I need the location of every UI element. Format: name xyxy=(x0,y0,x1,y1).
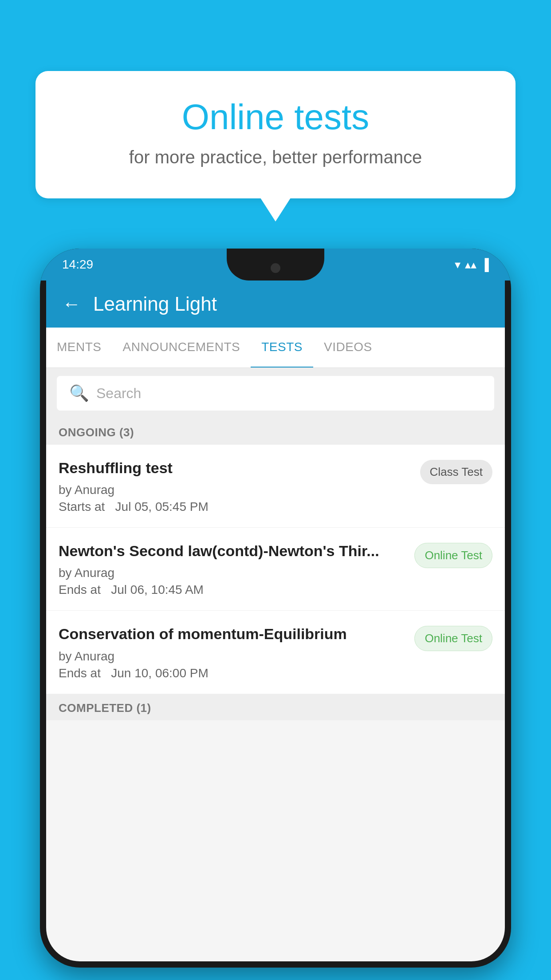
completed-section-header: COMPLETED (1) xyxy=(46,694,505,720)
camera-icon xyxy=(271,263,280,273)
notch xyxy=(227,249,324,281)
test-title: Conservation of momentum-Equilibrium xyxy=(59,624,407,644)
app-header: ← Learning Light xyxy=(46,281,505,328)
test-item[interactable]: Conservation of momentum-Equilibrium by … xyxy=(46,611,505,694)
tests-list: Reshuffling test by Anurag Starts at Jul… xyxy=(46,445,505,694)
test-badge-online: Online Test xyxy=(414,543,492,568)
test-time: Ends at Jul 06, 10:45 AM xyxy=(59,583,407,597)
time-value: Jul 05, 05:45 PM xyxy=(115,500,209,514)
back-button[interactable]: ← xyxy=(62,293,81,315)
phone-screen: ← Learning Light MENTS ANNOUNCEMENTS TES… xyxy=(46,281,505,961)
test-info: Newton's Second law(contd)-Newton's Thir… xyxy=(59,541,407,597)
status-icons: ▾ ▴▴ ▐ xyxy=(455,258,489,272)
test-author: by Anurag xyxy=(59,649,407,664)
phone-wrapper: 14:29 ▾ ▴▴ ▐ ← Learning Light MENTS ANNO… xyxy=(40,249,511,980)
signal-icon: ▴▴ xyxy=(465,258,476,272)
status-time: 14:29 xyxy=(62,257,93,272)
time-value: Jul 06, 10:45 AM xyxy=(111,583,204,597)
time-label: Ends at xyxy=(59,666,101,680)
tab-videos[interactable]: VIDEOS xyxy=(313,328,383,368)
test-info: Reshuffling test by Anurag Starts at Jul… xyxy=(59,458,413,514)
ongoing-section-header: ONGOING (3) xyxy=(46,419,505,445)
app-title: Learning Light xyxy=(93,293,217,315)
search-placeholder: Search xyxy=(96,385,141,402)
test-badge-online: Online Test xyxy=(414,626,492,651)
search-bar[interactable]: 🔍 Search xyxy=(57,376,494,411)
battery-icon: ▐ xyxy=(481,258,489,272)
promo-banner: Online tests for more practice, better p… xyxy=(35,71,516,198)
time-label: Ends at xyxy=(59,583,101,597)
bubble-title: Online tests xyxy=(71,98,480,137)
tab-announcements[interactable]: ANNOUNCEMENTS xyxy=(112,328,251,368)
test-time: Starts at Jul 05, 05:45 PM xyxy=(59,500,413,514)
test-item[interactable]: Newton's Second law(contd)-Newton's Thir… xyxy=(46,528,505,611)
test-title: Newton's Second law(contd)-Newton's Thir… xyxy=(59,541,407,561)
test-time: Ends at Jun 10, 06:00 PM xyxy=(59,666,407,680)
time-label: Starts at xyxy=(59,500,105,514)
search-container: 🔍 Search xyxy=(46,368,505,419)
tabs-bar: MENTS ANNOUNCEMENTS TESTS VIDEOS xyxy=(46,328,505,368)
test-title: Reshuffling test xyxy=(59,458,413,478)
speech-bubble: Online tests for more practice, better p… xyxy=(35,71,516,198)
test-info: Conservation of momentum-Equilibrium by … xyxy=(59,624,407,680)
phone-frame: 14:29 ▾ ▴▴ ▐ ← Learning Light MENTS ANNO… xyxy=(40,249,511,968)
test-badge-class: Class Test xyxy=(420,460,492,484)
time-value: Jun 10, 06:00 PM xyxy=(111,666,208,680)
test-author: by Anurag xyxy=(59,566,407,580)
search-icon: 🔍 xyxy=(69,384,89,403)
test-item[interactable]: Reshuffling test by Anurag Starts at Jul… xyxy=(46,445,505,528)
tab-tests[interactable]: TESTS xyxy=(251,328,313,368)
tab-ments[interactable]: MENTS xyxy=(46,328,112,368)
bubble-subtitle: for more practice, better performance xyxy=(71,147,480,167)
test-author: by Anurag xyxy=(59,483,413,497)
status-bar: 14:29 ▾ ▴▴ ▐ xyxy=(40,249,511,281)
wifi-icon: ▾ xyxy=(455,258,460,272)
